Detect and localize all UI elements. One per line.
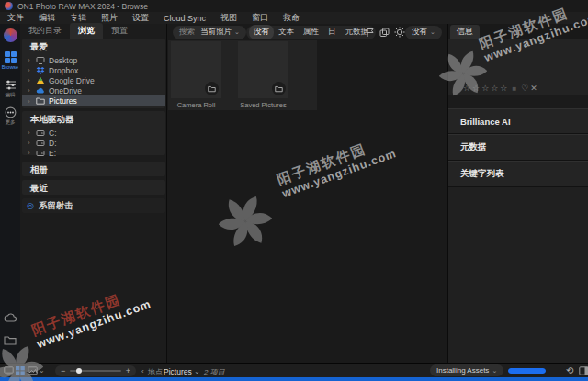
zoom-in-icon[interactable]: + — [126, 366, 130, 375]
star-icon[interactable]: ☆ — [491, 84, 498, 93]
favorites-item-pictures[interactable]: › Pictures — [22, 95, 165, 106]
refresh-icon[interactable]: ⟲ — [566, 365, 573, 375]
drive-icon — [36, 139, 45, 148]
chevron-right-icon[interactable]: › — [28, 97, 32, 106]
chevron-right-icon[interactable]: › — [28, 149, 32, 157]
search-scope-value: 当前照片 — [200, 27, 232, 38]
filter-text[interactable]: 文本 — [274, 25, 299, 39]
folder-badge — [272, 82, 286, 95]
installing-label: Installing Assets — [436, 366, 489, 375]
section-metadata[interactable]: 元数据 — [448, 134, 588, 161]
drive-d-row[interactable]: › D: — [22, 138, 165, 148]
folder-icon — [275, 85, 283, 93]
panel-toggle-icon[interactable] — [579, 366, 588, 375]
zoom-track[interactable] — [70, 370, 120, 372]
sort-value: 没有 — [412, 27, 427, 38]
rail-more-mode[interactable]: 更多 — [0, 106, 20, 126]
favorites-item-onedrive[interactable]: › OneDrive — [22, 85, 165, 95]
chevron-right-icon[interactable]: › — [28, 86, 32, 95]
filter-attributes[interactable]: 属性 — [299, 25, 323, 39]
drive-icon — [36, 129, 45, 138]
sort-dropdown[interactable]: 没有 ⌄ — [405, 26, 442, 39]
watermark-logo — [0, 344, 43, 381]
zoom-knob[interactable] — [76, 368, 82, 374]
browse-grid-icon — [5, 51, 17, 63]
filter-none[interactable]: 没有 — [249, 25, 274, 39]
reject-icon[interactable]: ✕ — [530, 84, 537, 93]
favorites-item-label: Google Drive — [49, 76, 95, 85]
favorites-item-desktop[interactable]: › Desktop — [22, 55, 165, 65]
chevron-down-icon[interactable]: ⌄ — [430, 28, 435, 36]
sliders-icon — [5, 79, 17, 91]
flag-icon[interactable] — [366, 28, 376, 38]
chevron-right-icon[interactable]: › — [28, 66, 32, 74]
installing-assets-dropdown[interactable]: Installing Assets ⌄ — [430, 364, 503, 376]
item-count: 2 项目 — [204, 367, 225, 377]
left-rail: Browse 编辑 更多 — [0, 24, 20, 363]
back-icon[interactable]: ‹ — [141, 367, 144, 375]
favorites-item-google-drive[interactable]: › Google Drive — [22, 75, 165, 85]
zoom-slider[interactable]: − + — [55, 365, 136, 376]
tethered-shooting-row[interactable]: ◎ 系留射击 — [22, 198, 165, 213]
tab-info[interactable]: 信息 — [450, 25, 480, 39]
filter-date[interactable]: 日 — [323, 25, 341, 39]
desktop-icon — [36, 56, 45, 65]
folder-icon — [208, 85, 216, 93]
install-progress-fill — [508, 368, 546, 374]
cloud-icon — [4, 313, 17, 323]
albums-header: 相册 — [22, 162, 165, 178]
section-brilliance-ai[interactable]: Brilliance AI — [448, 108, 588, 134]
section-label: 元数据 — [460, 141, 487, 153]
rail-edit-mode[interactable]: 编辑 — [0, 79, 20, 98]
location-label: 地点 — [148, 367, 163, 377]
rail-cloud-button[interactable] — [0, 313, 20, 323]
location-value[interactable]: Pictures — [164, 367, 192, 376]
menu-cloud-sync[interactable]: Cloud Sync — [156, 14, 213, 23]
chevron-right-icon[interactable]: › — [28, 139, 32, 147]
tile-label: Camera Roll — [171, 101, 221, 109]
rail-browse-label: Browse — [0, 64, 20, 70]
search-box[interactable]: 搜索 当前照片 ⌄ — [173, 26, 246, 39]
panel-tabs: 我的目录 浏览 预置 — [20, 24, 167, 39]
panel-gap — [448, 95, 588, 108]
drive-label: E: — [49, 149, 56, 158]
folder-tile-camera-roll[interactable] — [171, 41, 221, 98]
albums-card[interactable]: 相册 — [22, 162, 165, 176]
onedrive-icon — [36, 86, 45, 95]
drive-c-row[interactable]: › C: — [22, 128, 165, 138]
chevron-down-icon[interactable]: ⌄ — [234, 28, 240, 36]
favorites-item-label: Dropbox — [49, 66, 78, 75]
like-icon[interactable]: ♡ — [521, 84, 528, 93]
color-label-icon[interactable]: ■ — [512, 84, 516, 93]
zoom-out-icon[interactable]: − — [61, 366, 65, 375]
folder-tile-saved-pictures[interactable] — [238, 41, 288, 98]
menu-window[interactable]: 窗口 — [244, 12, 276, 24]
on1-logo — [0, 28, 20, 42]
bottom-bar: ⌄ − + ‹ 地点 Pictures ⌄ 2 项目 Installing As… — [0, 363, 588, 377]
taskbar-strip — [0, 377, 588, 381]
chevron-right-icon[interactable]: › — [28, 76, 32, 84]
favorites-item-label: OneDrive — [49, 86, 82, 95]
install-progress-bar — [508, 368, 546, 374]
chevron-right-icon[interactable]: › — [28, 56, 32, 64]
filter-segment-bar: 没有 文本 属性 日 元数据 — [246, 26, 376, 39]
section-keyword-list[interactable]: 关键字列表 — [448, 161, 588, 187]
chevron-down-icon[interactable]: ⌄ — [492, 367, 497, 375]
star-icon[interactable]: ☆ — [500, 84, 507, 93]
lightbulb-icon[interactable] — [394, 27, 405, 38]
titlebar: ON1 Photo RAW MAX 2024 - Browse — [0, 0, 588, 12]
rail-more-label: 更多 — [0, 119, 20, 126]
stack-icon[interactable] — [379, 28, 390, 38]
tab-presets[interactable]: 预置 — [103, 23, 136, 39]
drive-e-row[interactable]: › E: — [22, 148, 165, 158]
drive-label: D: — [49, 139, 57, 148]
tab-my-catalogs[interactable]: 我的目录 — [20, 23, 70, 39]
tab-browse[interactable]: 浏览 — [70, 23, 103, 39]
rail-browse-mode[interactable]: Browse — [0, 51, 20, 70]
chevron-right-icon[interactable]: › — [28, 129, 32, 137]
menu-help[interactable]: 救命 — [276, 12, 307, 24]
menu-view[interactable]: 视图 — [213, 12, 244, 24]
favorites-item-dropbox[interactable]: › Dropbox — [22, 65, 165, 75]
recent-card[interactable]: 最近 — [22, 180, 165, 195]
chevron-down-icon[interactable]: ⌄ — [194, 367, 200, 375]
